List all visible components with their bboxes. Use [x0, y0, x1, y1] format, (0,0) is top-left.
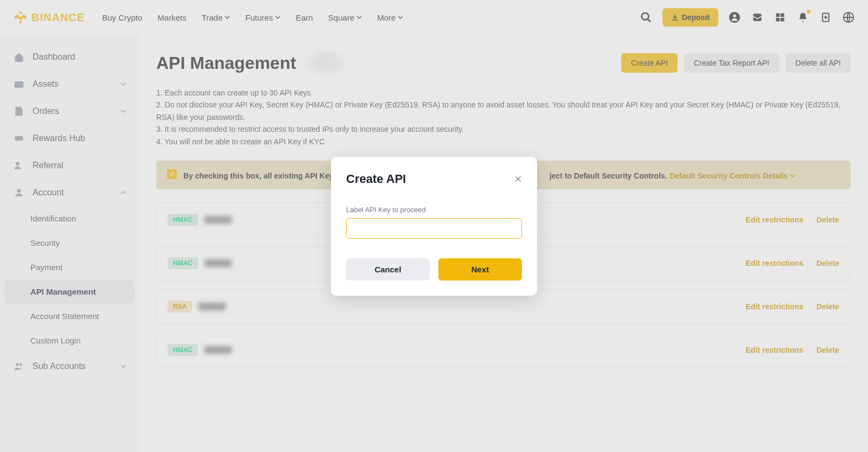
next-button[interactable]: Next — [438, 258, 522, 281]
close-icon[interactable]: × — [514, 173, 522, 186]
modal-overlay: Create API × Label API Key to proceed Ca… — [0, 0, 868, 452]
api-label-input[interactable] — [346, 218, 522, 239]
modal-actions: Cancel Next — [346, 258, 522, 281]
modal-title: Create API — [346, 172, 406, 186]
modal-label: Label API Key to proceed — [346, 206, 522, 214]
cancel-button[interactable]: Cancel — [346, 258, 430, 281]
modal-header: Create API × — [346, 172, 522, 186]
create-api-modal: Create API × Label API Key to proceed Ca… — [331, 157, 537, 296]
